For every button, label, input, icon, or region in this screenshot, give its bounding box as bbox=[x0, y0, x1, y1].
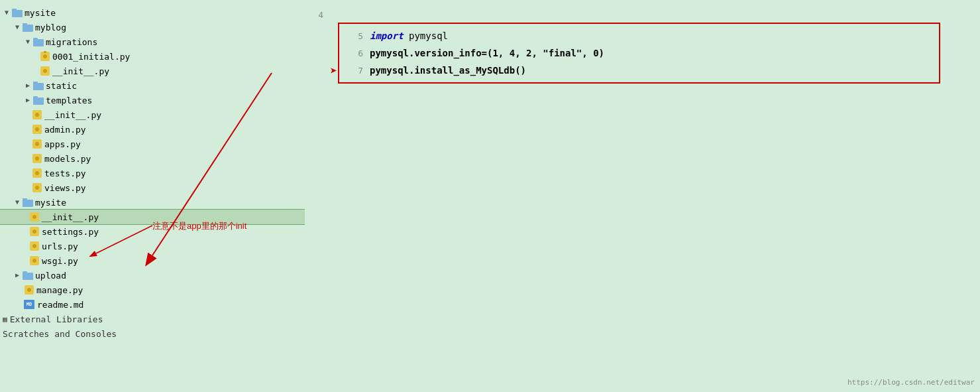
label-tests: tests.py bbox=[44, 168, 86, 178]
tree-item-mysite-root[interactable]: ▼ mysite bbox=[0, 5, 305, 20]
external-libraries[interactable]: ▦ External Libraries bbox=[0, 312, 305, 326]
svg-rect-38 bbox=[23, 271, 27, 274]
tree-item-upload[interactable]: ▶ upload bbox=[0, 268, 305, 283]
chevron-static: ▶ bbox=[24, 82, 32, 90]
folder-icon-myblog bbox=[23, 23, 33, 32]
py-icon-init-migrations bbox=[40, 66, 50, 76]
svg-rect-14 bbox=[33, 96, 38, 99]
py-icon-wsgi bbox=[29, 255, 40, 266]
code-line-7: 7 ➤ pymysql.install_as_MySQLdb() bbox=[350, 62, 928, 78]
line-number-5: 5 bbox=[350, 31, 370, 41]
code-panel: 4 5 import pymysql 6 pymysql.version_inf… bbox=[305, 0, 980, 392]
tree-item-templates[interactable]: ▶ templates bbox=[0, 93, 305, 107]
chevron-templates: ▶ bbox=[24, 96, 32, 104]
tree-item-init-migrations[interactable]: __init__.py bbox=[0, 64, 305, 78]
code-highlight-box-container: 5 import pymysql 6 pymysql.version_info=… bbox=[338, 23, 940, 84]
tree-item-views[interactable]: views.py bbox=[0, 180, 305, 195]
svg-point-30 bbox=[32, 215, 36, 219]
tree-item-admin[interactable]: admin.py bbox=[0, 122, 305, 137]
line-number-7: 7 ➤ bbox=[350, 66, 370, 76]
label-static: static bbox=[46, 81, 77, 91]
line-content-5: import pymysql bbox=[370, 28, 448, 44]
folder-icon-static bbox=[33, 81, 44, 90]
py-icon-urls bbox=[29, 241, 40, 251]
label-myblog: myblog bbox=[35, 23, 66, 33]
label-apps: apps.py bbox=[44, 139, 81, 149]
py-icon-0001 bbox=[40, 51, 50, 62]
label-init-mysite: __init__.py bbox=[42, 212, 99, 222]
tree-item-readme[interactable]: MD readme.md bbox=[0, 297, 305, 312]
py-icon-apps bbox=[32, 139, 42, 149]
folder-icon-mysite-root bbox=[12, 8, 23, 17]
chevron-mysite-inner: ▼ bbox=[13, 198, 21, 206]
svg-point-24 bbox=[35, 171, 39, 175]
py-icon-models bbox=[32, 153, 42, 164]
svg-point-20 bbox=[35, 142, 39, 146]
label-models: models.py bbox=[44, 154, 91, 164]
folder-icon-upload bbox=[23, 271, 33, 280]
tree-item-urls[interactable]: urls.py bbox=[0, 239, 305, 253]
py-icon-manage bbox=[24, 285, 34, 295]
svg-rect-5 bbox=[33, 38, 38, 40]
file-tree-panel: ▼ mysite ▼ myblog ▼ migrations 0001_init… bbox=[0, 0, 305, 392]
label-upload: upload bbox=[35, 271, 66, 281]
folder-icon-templates bbox=[33, 96, 44, 105]
py-icon-views bbox=[32, 182, 42, 193]
label-templates: templates bbox=[46, 96, 92, 105]
svg-point-40 bbox=[27, 288, 31, 292]
svg-point-7 bbox=[43, 54, 47, 58]
svg-rect-1 bbox=[12, 9, 17, 11]
label-manage: manage.py bbox=[36, 285, 83, 295]
bar-chart-icon: ▦ bbox=[3, 315, 7, 324]
folder-icon-mysite-inner bbox=[23, 198, 33, 207]
tree-item-models[interactable]: models.py bbox=[0, 151, 305, 166]
chevron-mysite-root: ▼ bbox=[3, 9, 11, 17]
line-content-6: pymysql.version_info=(1, 4, 2, "final", … bbox=[370, 45, 604, 61]
svg-point-16 bbox=[35, 113, 39, 117]
py-icon-init-myblog bbox=[32, 109, 42, 120]
tree-item-manage[interactable]: manage.py bbox=[0, 283, 305, 297]
tree-item-0001[interactable]: 0001_initial.py bbox=[0, 49, 305, 64]
svg-rect-12 bbox=[33, 82, 38, 84]
py-icon-admin bbox=[32, 124, 42, 135]
py-icon-init-mysite bbox=[29, 212, 40, 222]
scratches-and-consoles[interactable]: Scratches and Consoles bbox=[0, 326, 305, 341]
chevron-migrations: ▼ bbox=[24, 38, 32, 46]
code-line-5: 5 import pymysql bbox=[350, 28, 928, 44]
label-0001: 0001_initial.py bbox=[52, 52, 130, 62]
tree-item-myblog[interactable]: ▼ myblog bbox=[0, 20, 305, 34]
tree-item-apps[interactable]: apps.py bbox=[0, 137, 305, 151]
tree-item-static[interactable]: ▶ static bbox=[0, 78, 305, 93]
tree-item-init-myblog[interactable]: __init__.py bbox=[0, 107, 305, 122]
keyword-import: import bbox=[370, 31, 404, 41]
svg-point-32 bbox=[32, 229, 36, 233]
svg-point-10 bbox=[43, 69, 47, 73]
svg-rect-8 bbox=[44, 51, 46, 53]
label-settings: settings.py bbox=[42, 227, 99, 237]
line-content-7: pymysql.install_as_MySQLdb() bbox=[370, 62, 526, 78]
annotation-text: 注意不是app里的那个init bbox=[152, 221, 246, 231]
label-external-libraries: External Libraries bbox=[10, 314, 103, 324]
label-urls: urls.py bbox=[42, 241, 78, 251]
label-scratches: Scratches and Consoles bbox=[3, 329, 117, 339]
label-wsgi: wsgi.py bbox=[42, 256, 78, 266]
py-icon-tests bbox=[32, 168, 42, 178]
label-init-migrations: __init__.py bbox=[52, 66, 109, 76]
arrow-pointer-icon: ➤ bbox=[330, 64, 337, 78]
annotation-area: 注意不是app里的那个init bbox=[152, 220, 246, 232]
tree-item-migrations[interactable]: ▼ migrations bbox=[0, 34, 305, 49]
line-number-6: 6 bbox=[350, 48, 370, 58]
label-views: views.py bbox=[44, 183, 86, 193]
label-admin: admin.py bbox=[44, 125, 86, 135]
svg-rect-28 bbox=[23, 198, 27, 201]
folder-icon-migrations bbox=[33, 37, 44, 46]
svg-point-26 bbox=[35, 186, 39, 190]
svg-point-18 bbox=[35, 127, 39, 131]
svg-point-22 bbox=[35, 157, 39, 161]
chevron-upload: ▶ bbox=[13, 271, 21, 279]
tree-item-tests[interactable]: tests.py bbox=[0, 166, 305, 180]
label-init-myblog: __init__.py bbox=[44, 110, 101, 120]
tree-item-wsgi[interactable]: wsgi.py bbox=[0, 253, 305, 268]
watermark: https://blog.csdn.net/editwar bbox=[847, 378, 975, 387]
tree-item-mysite-inner[interactable]: ▼ mysite bbox=[0, 195, 305, 210]
